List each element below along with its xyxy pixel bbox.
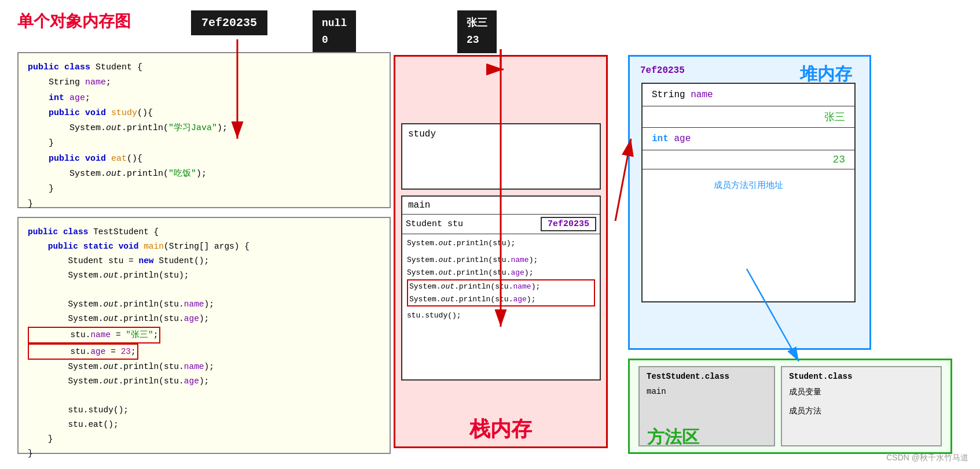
name-value-row: 张三: [643, 106, 854, 128]
method-area: TestStudent.class main Student.class 成员变…: [628, 359, 952, 454]
int-age-row: int age: [643, 128, 854, 150]
highlight-name-line: stu.name = "张三";: [28, 327, 160, 344]
main-frame: main Student stu 7ef20235 System.out.pri…: [401, 195, 601, 381]
stack-label: 栈内存: [469, 415, 532, 444]
black-box-null: null0: [313, 10, 356, 53]
study-frame: study: [401, 123, 601, 190]
study-frame-label: study: [402, 124, 600, 144]
stack-memory-area: study main Student stu 7ef20235 System.o…: [394, 55, 608, 448]
student-class-code: public class Student { String name; int …: [17, 52, 391, 208]
stack-code: System.out.println(stu); System.out.prin…: [402, 234, 600, 325]
stu-label: Student stu: [406, 219, 541, 229]
black-box-name-age: 张三23: [457, 10, 497, 53]
stu-value: 7ef20235: [541, 217, 596, 231]
test-student-code: public class TestStudent { public static…: [17, 217, 391, 454]
heap-address: 7ef20235: [640, 65, 685, 76]
heap-object-box: String name 张三 int age 23 成员方法引用地址: [641, 83, 856, 302]
age-value-row: 23: [643, 150, 854, 169]
stu-row: Student stu 7ef20235: [402, 215, 600, 234]
member-method-ref: 成员方法引用地址: [643, 169, 854, 201]
black-box-address: 7ef20235: [191, 10, 267, 35]
main-frame-label: main: [402, 197, 600, 215]
method-label: 方法区: [647, 426, 699, 449]
page-title: 单个对象内存图: [17, 10, 131, 32]
string-name-row: String name: [643, 84, 854, 106]
highlight-age-line: stu.age = 23;: [28, 344, 138, 360]
student-class-box: Student.class 成员变量 成员方法: [781, 366, 942, 446]
stack-highlight-name: System.out.println(stu.name); System.out…: [407, 279, 595, 306]
heap-memory-area: 堆内存 7ef20235 String name 张三 int age 23 成…: [628, 55, 871, 350]
watermark: CSDN @秋千水竹马道: [886, 453, 968, 463]
